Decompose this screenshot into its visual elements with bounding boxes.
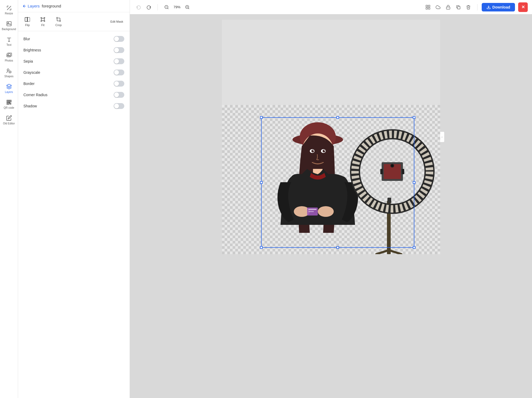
zoom-in-button[interactable] — [183, 3, 192, 11]
back-to-layers-button[interactable]: Layers — [22, 4, 40, 8]
undo-button[interactable] — [134, 3, 143, 11]
divider-2 — [477, 4, 477, 10]
sidebar-item-layers[interactable]: Layers — [0, 81, 18, 96]
canvas-image-area[interactable] — [222, 105, 440, 254]
fit-icon — [40, 17, 46, 22]
duplicate-icon — [456, 5, 461, 10]
corner-radius-filter-row: Corner Radius — [18, 89, 130, 100]
sepia-label: Sepia — [23, 59, 33, 63]
close-button[interactable]: ✕ — [518, 2, 528, 12]
fit-button[interactable]: Fit — [38, 15, 48, 28]
flip-button[interactable]: Flip — [22, 15, 32, 28]
svg-rect-11 — [7, 103, 8, 104]
edit-icon — [6, 115, 12, 121]
resize-icon — [6, 5, 12, 11]
sidebar-item-text[interactable]: Text — [0, 34, 18, 49]
properties-panel: Layers Flip Fit Crop E — [18, 0, 130, 398]
grayscale-thumb — [114, 70, 119, 75]
arrange-button[interactable] — [423, 3, 432, 11]
svg-point-30 — [318, 206, 334, 217]
redo-button[interactable] — [144, 3, 153, 11]
svg-rect-50 — [387, 198, 391, 203]
blur-thumb — [114, 36, 119, 41]
border-thumb — [114, 81, 119, 86]
blur-label: Blur — [23, 37, 30, 41]
edit-mask-button[interactable]: Edit Mask — [108, 19, 125, 24]
sidebar-item-label: QR code — [4, 106, 14, 109]
fit-label: Fit — [41, 23, 44, 27]
svg-rect-12 — [25, 18, 27, 22]
cloud-button[interactable] — [434, 3, 443, 11]
zoom-out-button[interactable] — [162, 3, 171, 11]
blur-filter-row: Blur — [18, 33, 130, 44]
collapse-panel-tab[interactable]: ‹ — [440, 132, 444, 142]
svg-rect-9 — [10, 101, 11, 102]
corner-radius-toggle[interactable] — [114, 92, 124, 98]
sepia-filter-row: Sepia — [18, 56, 130, 67]
canvas-wrapper: ‹ — [222, 20, 440, 254]
sidebar: Resize Background Text Photos Shapes — [0, 0, 18, 398]
shadow-toggle[interactable] — [114, 103, 124, 109]
sidebar-item-label: Resize — [5, 12, 13, 15]
sidebar-item-qr-code[interactable]: QR code — [0, 97, 18, 112]
sidebar-item-resize[interactable]: Resize — [0, 2, 18, 18]
shapes-icon — [6, 68, 12, 74]
grayscale-filter-row: Grayscale — [18, 67, 130, 78]
history-group — [134, 3, 153, 11]
flip-icon — [24, 17, 30, 22]
svg-point-37 — [323, 150, 325, 152]
canvas-svg — [222, 105, 440, 254]
sidebar-item-old-editor[interactable]: Old Editor — [0, 112, 18, 128]
sidebar-item-label: Background — [2, 28, 16, 31]
arrange-icon — [426, 5, 430, 10]
svg-rect-5 — [9, 71, 11, 73]
redo-icon — [146, 5, 151, 10]
stacking-controls — [423, 3, 473, 11]
shadow-filter-row: Shadow — [18, 100, 130, 112]
download-icon — [486, 5, 491, 9]
svg-rect-33 — [308, 211, 314, 212]
qr-icon — [6, 99, 12, 105]
flip-label: Flip — [25, 23, 30, 27]
canvas-area: 79% — [130, 0, 532, 398]
undo-icon — [136, 5, 141, 10]
sidebar-item-shapes[interactable]: Shapes — [0, 65, 18, 80]
canvas-container[interactable]: ‹ — [130, 14, 532, 398]
edit-mask-label: Edit Mask — [110, 20, 123, 23]
corner-radius-label: Corner Radius — [23, 93, 47, 97]
sepia-thumb — [114, 59, 119, 64]
duplicate-button[interactable] — [454, 3, 463, 11]
delete-button[interactable] — [464, 3, 473, 11]
layer-name-input[interactable] — [42, 4, 125, 8]
sidebar-item-background[interactable]: Background — [0, 18, 18, 33]
sepia-toggle[interactable] — [114, 58, 124, 64]
lock-button[interactable] — [444, 3, 453, 11]
divider-1 — [158, 4, 158, 10]
svg-point-36 — [311, 150, 314, 152]
svg-rect-0 — [7, 22, 11, 26]
tool-row: Flip Fit Crop Edit Mask — [18, 12, 130, 31]
download-label: Download — [492, 5, 510, 9]
download-button[interactable]: Download — [482, 3, 515, 11]
crop-button[interactable]: Crop — [53, 15, 64, 28]
svg-rect-20 — [426, 7, 428, 9]
back-arrow-icon — [22, 4, 27, 8]
crop-label: Crop — [55, 23, 62, 27]
svg-point-38 — [313, 150, 314, 151]
sidebar-item-label: Shapes — [5, 75, 14, 78]
svg-point-4 — [7, 69, 9, 71]
svg-rect-7 — [7, 101, 8, 102]
brightness-toggle[interactable] — [114, 47, 124, 53]
svg-point-1 — [8, 22, 9, 23]
zoom-group: 79% — [162, 3, 192, 11]
background-icon — [6, 21, 12, 27]
brightness-filter-row: Brightness — [18, 44, 130, 56]
border-toggle[interactable] — [114, 81, 124, 87]
svg-rect-23 — [457, 6, 460, 9]
svg-rect-15 — [42, 18, 44, 21]
top-toolbar: 79% — [130, 0, 532, 14]
blur-toggle[interactable] — [114, 36, 124, 42]
sidebar-item-photos[interactable]: Photos — [0, 50, 18, 65]
grayscale-toggle[interactable] — [114, 70, 124, 75]
svg-rect-22 — [446, 7, 450, 9]
